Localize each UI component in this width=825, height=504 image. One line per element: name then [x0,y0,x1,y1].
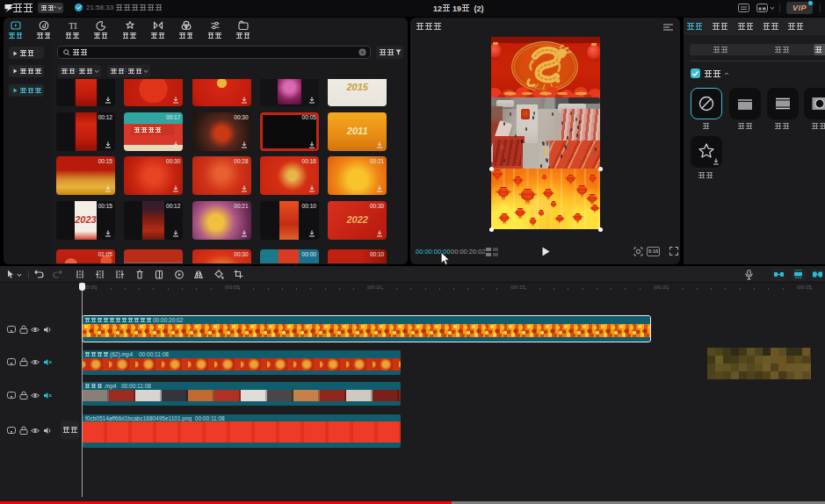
svg-text:TI: TI [69,21,76,31]
